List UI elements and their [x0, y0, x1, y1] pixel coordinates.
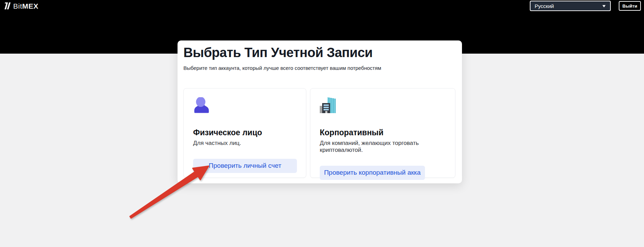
buildings-icon: [320, 97, 446, 113]
corporate-account-description: Для компаний, желающих торговать криптов…: [320, 140, 446, 154]
personal-account-description: Для частных лиц.: [193, 140, 297, 147]
verify-corporate-account-button[interactable]: Проверить корпоративный акка: [320, 166, 425, 180]
corporate-account-title: Корпоративный: [320, 128, 446, 137]
bitmex-logo-text: BitMEX: [13, 2, 38, 10]
corporate-account-card: Корпоративный Для компаний, желающих тор…: [310, 88, 455, 178]
page-title: Выбрать Тип Учетной Записи: [183, 45, 456, 61]
verify-personal-account-button[interactable]: Проверить личный счет: [193, 159, 297, 173]
account-type-modal: Выбрать Тип Учетной Записи Выберите тип …: [178, 40, 462, 183]
logout-button[interactable]: Выйти: [619, 1, 641, 11]
personal-account-title: Физическое лицо: [193, 128, 297, 137]
language-select[interactable]: Русский ▼: [530, 1, 611, 11]
person-icon: [193, 97, 297, 113]
bitmex-logo[interactable]: BitMEX: [3, 2, 38, 10]
bitmex-logo-icon: [3, 2, 12, 10]
account-options-row: Физическое лицо Для частных лиц. Провери…: [183, 88, 456, 178]
personal-account-card: Физическое лицо Для частных лиц. Провери…: [183, 88, 306, 178]
page-subtitle: Выберите тип аккаунта, который лучше все…: [183, 65, 456, 71]
language-select-value: Русский: [535, 3, 554, 9]
chevron-down-icon: ▼: [601, 4, 607, 8]
